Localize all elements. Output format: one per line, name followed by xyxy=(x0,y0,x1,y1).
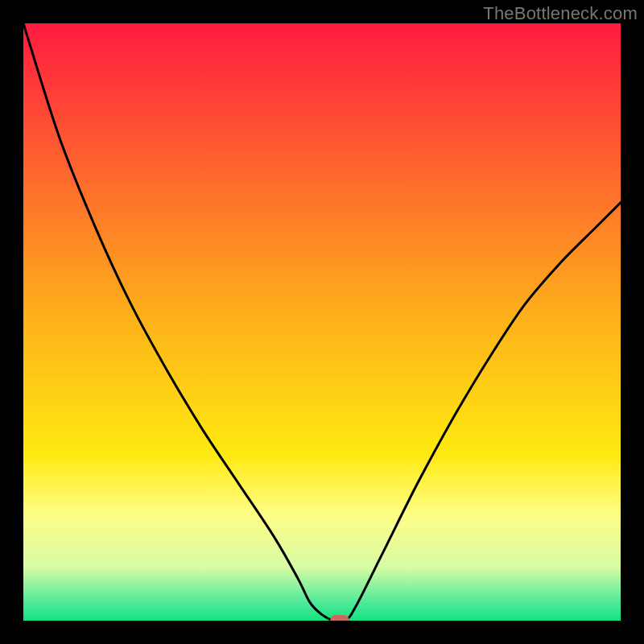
plot-area xyxy=(23,23,621,621)
optimal-marker xyxy=(330,615,349,621)
watermark-text: TheBottleneck.com xyxy=(483,3,638,24)
chart-frame: TheBottleneck.com xyxy=(0,0,644,644)
chart-svg xyxy=(23,23,621,621)
gradient-rect xyxy=(23,23,621,621)
